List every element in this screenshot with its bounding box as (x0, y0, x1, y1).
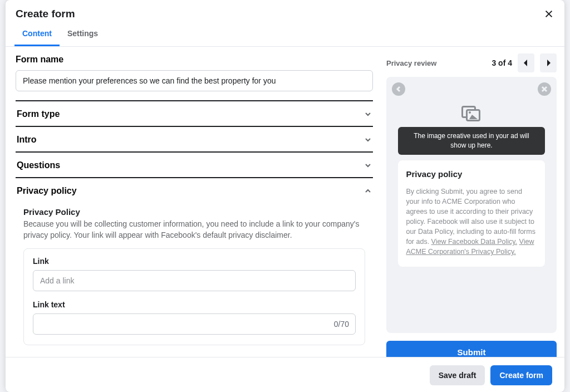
link-text-counter: 0/70 (334, 320, 349, 329)
create-form-button[interactable]: Create form (490, 365, 552, 385)
modal-footer: Save draft Create form (6, 357, 564, 392)
modal-body: Form name Form type Intro Questions Priv… (6, 47, 564, 357)
preview-back-icon[interactable] (392, 82, 405, 96)
preview-review-label: Privacy review (386, 59, 436, 67)
form-type-title: Form type (17, 109, 60, 119)
preview-nav: Privacy review 3 of 4 (386, 49, 557, 77)
content-pane: Form name Form type Intro Questions Priv… (6, 47, 383, 357)
link-input[interactable] (33, 270, 356, 291)
questions-title: Questions (17, 160, 60, 170)
form-name-label: Form name (16, 55, 373, 65)
link-text-label: Link text (33, 300, 356, 309)
save-draft-button[interactable]: Save draft (430, 365, 485, 385)
preview-card-text: By clicking Submit, you agree to send yo… (406, 187, 537, 257)
privacy-subtitle: Privacy Policy (23, 207, 365, 217)
tabs: Content Settings (6, 23, 564, 47)
section-questions[interactable]: Questions (16, 153, 373, 178)
preview-close-icon[interactable] (538, 82, 551, 96)
privacy-title: Privacy policy (17, 186, 77, 196)
link-label: Link (33, 257, 356, 266)
create-form-modal: Create form Content Settings Form name F… (6, 0, 564, 392)
preview-prev-button[interactable] (518, 53, 534, 72)
preview-pane: Rich Creative - Form preview Privacy rev… (383, 47, 564, 357)
modal-header: Create form (6, 0, 564, 26)
preview-count: 3 of 4 (492, 58, 512, 67)
section-form-type[interactable]: Form type (16, 101, 373, 127)
tab-content[interactable]: Content (14, 23, 60, 46)
modal-title: Create form (16, 8, 75, 20)
chevron-up-icon (364, 187, 372, 195)
section-privacy-policy[interactable]: Privacy policy (16, 178, 373, 203)
preview-content-card: Privacy policy By clicking Submit, you a… (398, 160, 544, 267)
chevron-down-icon (364, 136, 372, 144)
preview-card-leading: By clicking Submit, you agree to send yo… (406, 188, 535, 246)
privacy-policy-block: Privacy Policy Because you will be colle… (16, 203, 373, 345)
close-icon[interactable] (543, 8, 554, 19)
intro-title: Intro (17, 135, 37, 145)
privacy-link-card: Link Link text 0/70 (23, 248, 365, 345)
form-name-input[interactable] (16, 70, 373, 91)
preview-next-button[interactable] (540, 53, 557, 72)
preview-link-data-policy[interactable]: View Facebook Data Policy. (431, 238, 517, 246)
preview-submit-button[interactable]: Submit (386, 341, 557, 357)
preview-card: The image creative used in your ad will … (386, 77, 557, 333)
section-intro[interactable]: Intro (16, 127, 373, 153)
preview-card-title: Privacy policy (406, 169, 537, 179)
chevron-down-icon (364, 110, 372, 118)
link-text-input[interactable] (33, 313, 356, 335)
tab-settings[interactable]: Settings (60, 23, 106, 46)
image-placeholder-icon (461, 106, 481, 122)
preview-banner: The image creative used in your ad will … (398, 127, 544, 155)
privacy-description: Because you will be collecting customer … (23, 219, 365, 241)
chevron-down-icon (364, 161, 372, 169)
